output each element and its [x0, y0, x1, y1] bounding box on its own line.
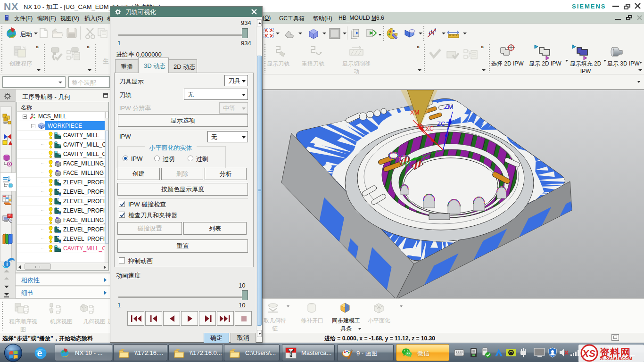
svg-text:z: z: [33, 113, 35, 116]
svg-text:XS: XS: [582, 348, 595, 359]
svg-text:YC: YC: [420, 154, 429, 161]
svg-text:XM: XM: [410, 109, 420, 116]
svg-text:XC: XC: [425, 125, 434, 132]
svg-text:YM: YM: [401, 161, 410, 168]
svg-text:ZC: ZC: [437, 120, 445, 127]
svg-text:ZM: ZM: [444, 103, 453, 110]
